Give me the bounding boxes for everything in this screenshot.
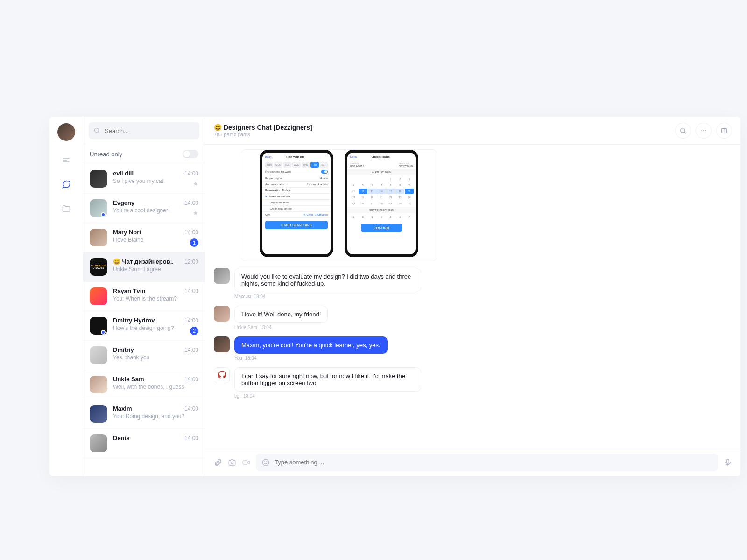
chat-avatar bbox=[90, 405, 107, 423]
svg-point-6 bbox=[681, 128, 685, 132]
chat-avatar bbox=[90, 434, 107, 452]
video-icon[interactable] bbox=[242, 458, 250, 467]
chat-avatar bbox=[90, 346, 107, 364]
online-indicator bbox=[101, 212, 106, 217]
chat-avatar bbox=[90, 287, 107, 305]
message-meta: Максим, 18:04 bbox=[234, 294, 421, 299]
folder-icon[interactable] bbox=[61, 203, 71, 214]
pin-icon bbox=[193, 210, 198, 218]
message-row: Would you like to evaluate my design? I … bbox=[214, 268, 732, 299]
chat-preview: Unkle Sam: I agree bbox=[113, 266, 198, 273]
message-bubble[interactable]: Would you like to evaluate my design? I … bbox=[234, 268, 421, 292]
chat-time: 14:00 bbox=[184, 406, 198, 412]
svg-point-17 bbox=[267, 461, 268, 462]
message-input[interactable] bbox=[275, 459, 712, 466]
chat-time: 14:00 bbox=[184, 317, 198, 324]
emoji-icon[interactable] bbox=[261, 458, 270, 467]
unread-badge: 1 bbox=[190, 238, 198, 247]
attach-icon[interactable] bbox=[214, 458, 222, 467]
chat-preview: I love Blaine bbox=[113, 237, 198, 243]
chat-time: 12:00 bbox=[184, 259, 198, 265]
message-avatar[interactable] bbox=[214, 268, 230, 284]
unread-filter-row: Unread only bbox=[83, 144, 205, 164]
search-icon bbox=[93, 127, 100, 134]
svg-line-5 bbox=[98, 132, 99, 133]
unread-badge: 2 bbox=[190, 327, 198, 335]
unread-toggle[interactable] bbox=[183, 150, 198, 158]
chat-list: evil dill So I give you my cat. 14:00 Ev… bbox=[83, 164, 205, 476]
chat-list-item[interactable]: Mary Nort I love Blaine 14:001 bbox=[83, 223, 205, 252]
chat-list-item[interactable]: Rayan Tvin You: When is the stream? 14:0… bbox=[83, 282, 205, 311]
message-row: I can't say for sure right now, but for … bbox=[214, 367, 732, 399]
nav-rail bbox=[49, 117, 83, 476]
chat-list-item[interactable]: DEZIGNERSDISCUSS 😄 Чат дизайнеров.. Unkl… bbox=[83, 252, 205, 282]
chat-avatar bbox=[90, 170, 107, 188]
message-meta: You, 18:04 bbox=[234, 356, 388, 361]
header-actions bbox=[675, 123, 732, 139]
chat-avatar bbox=[90, 229, 107, 246]
chat-time: 14:00 bbox=[184, 376, 198, 383]
chat-list-item[interactable]: Maxim You: Doing design, and you? 14:00 bbox=[83, 399, 205, 429]
svg-point-10 bbox=[705, 130, 706, 131]
message-row: Maxim, you're cool! You're a quick learn… bbox=[214, 336, 732, 361]
svg-point-9 bbox=[703, 130, 704, 131]
message-meta: Unkle Sam, 18:04 bbox=[234, 325, 328, 330]
search-wrap bbox=[83, 117, 205, 144]
phone-mock-1: BackPlan your trip SUNMONTUEWEDTHUFRISAT… bbox=[260, 150, 333, 257]
design-attachment[interactable]: BackPlan your trip SUNMONTUEWEDTHUFRISAT… bbox=[241, 149, 437, 261]
main-panel: 😄 Designers Chat [Dezzigners] 785 partic… bbox=[205, 117, 740, 476]
svg-point-3 bbox=[68, 181, 70, 183]
chat-list-item[interactable]: evil dill So I give you my cat. 14:00 bbox=[83, 164, 205, 194]
header-left: 😄 Designers Chat [Dezzigners] 785 partic… bbox=[214, 124, 675, 137]
chat-list-item[interactable]: Dmitriy Yes, thank you 14:00 bbox=[83, 341, 205, 370]
chats-icon[interactable] bbox=[61, 179, 71, 189]
online-indicator bbox=[101, 330, 106, 335]
chat-time: 14:00 bbox=[184, 200, 198, 206]
chat-preview: Yes, thank you bbox=[113, 354, 198, 361]
chat-preview: You: Doing design, and you? bbox=[113, 413, 198, 420]
message-bubble[interactable]: I love it! Well done, my friend! bbox=[234, 306, 328, 323]
chat-list-item[interactable]: Denis 14:00 bbox=[83, 429, 205, 458]
chat-avatar: DEZIGNERSDISCUSS bbox=[90, 258, 107, 276]
phone-mock-2: DoneChoose dates CHECK-IN08/12/2019CHECK… bbox=[345, 150, 418, 257]
chat-preview: How's the design going? bbox=[113, 325, 198, 331]
svg-line-7 bbox=[684, 132, 686, 133]
header-search-button[interactable] bbox=[675, 123, 691, 139]
chat-time: 14:00 bbox=[184, 435, 198, 441]
camera-icon[interactable] bbox=[228, 458, 236, 467]
message-area: BackPlan your trip SUNMONTUEWEDTHUFRISAT… bbox=[205, 145, 740, 448]
chat-sidebar: Unread only evil dill So I give you my c… bbox=[83, 117, 205, 476]
input-wrap bbox=[256, 454, 718, 471]
user-avatar[interactable] bbox=[57, 123, 75, 141]
chat-preview: Well, with the bones, I guess bbox=[113, 384, 198, 390]
svg-rect-11 bbox=[722, 128, 727, 133]
chat-time: 14:00 bbox=[184, 288, 198, 294]
message-avatar[interactable] bbox=[214, 306, 230, 322]
header-more-button[interactable] bbox=[696, 123, 712, 139]
message-avatar[interactable] bbox=[214, 336, 230, 352]
message-bubble[interactable]: Maxim, you're cool! You're a quick learn… bbox=[234, 336, 388, 354]
header-panel-button[interactable] bbox=[716, 123, 732, 139]
chat-title: 😄 Designers Chat [Dezzigners] bbox=[214, 124, 675, 131]
chat-subtitle: 785 participants bbox=[214, 132, 675, 137]
chat-list-item[interactable]: Unkle Sam Well, with the bones, I guess … bbox=[83, 370, 205, 399]
app-window: Unread only evil dill So I give you my c… bbox=[49, 117, 740, 476]
chat-list-item[interactable]: Evgeny You're a cool designer! 14:00 bbox=[83, 194, 205, 223]
menu-icon[interactable] bbox=[61, 155, 71, 165]
pin-icon bbox=[193, 180, 198, 189]
svg-point-8 bbox=[701, 130, 702, 131]
chat-list-item[interactable]: Dmitry Hydrov How's the design going? 14… bbox=[83, 311, 205, 341]
chat-preview: You: When is the stream? bbox=[113, 295, 198, 302]
chat-preview: You're a cool designer! bbox=[113, 207, 198, 214]
svg-point-13 bbox=[231, 462, 233, 464]
message-bubble[interactable]: I can't say for sure right now, but for … bbox=[234, 367, 421, 392]
message-meta: tigr, 18:04 bbox=[234, 393, 421, 399]
mic-icon[interactable] bbox=[724, 458, 732, 467]
search-input[interactable] bbox=[89, 122, 199, 139]
chat-preview: So I give you my cat. bbox=[113, 178, 198, 184]
message-avatar[interactable] bbox=[214, 367, 230, 383]
message-row: I love it! Well done, my friend! Unkle S… bbox=[214, 306, 732, 330]
composer bbox=[205, 448, 740, 476]
chat-time: 14:00 bbox=[184, 229, 198, 236]
svg-point-15 bbox=[262, 459, 269, 466]
